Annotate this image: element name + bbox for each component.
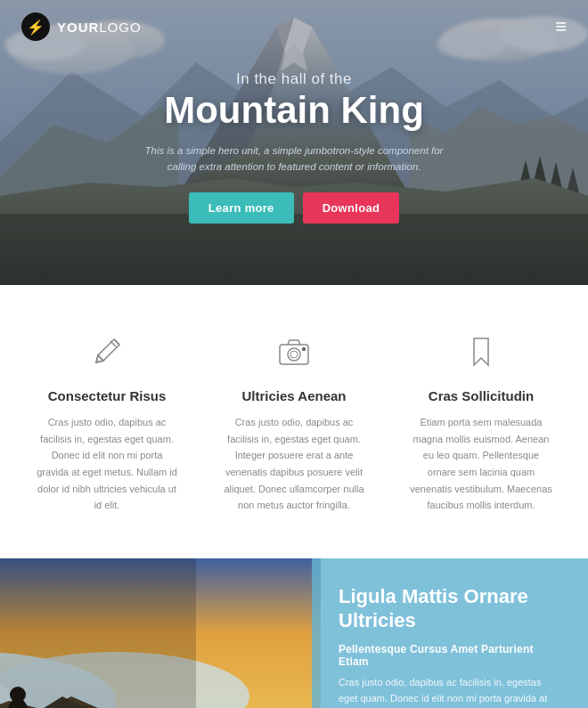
learn-more-button[interactable]: Learn more (189, 192, 294, 224)
feature-item-3: Cras Sollicitudin Etiam porta sem malesu… (401, 330, 561, 514)
svg-point-13 (303, 348, 306, 351)
hamburger-menu[interactable]: ≡ (555, 17, 567, 37)
bookmark-icon (459, 330, 503, 374)
feature-title-2: Ultricies Aenean (223, 388, 365, 403)
logo-text: YOURLOGO (57, 20, 142, 35)
features-section: Consectetur Risus Cras justo odio, dapib… (0, 285, 588, 558)
hero-description: This is a simple hero unit, a simple jum… (143, 143, 445, 175)
hero-buttons: Learn more Download (189, 192, 399, 224)
feature-text-1: Cras justo odio, dapibus ac facilisis in… (36, 414, 178, 514)
feature-item-1: Consectetur Risus Cras justo odio, dapib… (27, 330, 187, 514)
svg-line-9 (110, 341, 116, 346)
header: ⚡ YOURLOGO ≡ (0, 0, 588, 53)
cta-panel: Ligula Mattis Ornare Ultricies Pellentes… (312, 558, 588, 708)
download-button[interactable]: Download (303, 192, 400, 224)
logo-icon: ⚡ (21, 12, 50, 41)
cta-text: Cras justo odio, dapibus ac facilisis in… (339, 675, 561, 708)
svg-point-12 (290, 351, 298, 358)
camera-icon (272, 330, 316, 374)
feature-title-1: Consectetur Risus (36, 388, 178, 403)
hero-subtitle: In the hall of the (236, 70, 352, 88)
logo: ⚡ YOURLOGO (21, 12, 142, 41)
feature-text-3: Etiam porta sem malesuada magna mollis e… (410, 414, 552, 514)
feature-title-3: Cras Sollicitudin (410, 388, 552, 403)
cta-section: Ligula Mattis Ornare Ultricies Pellentes… (0, 558, 588, 708)
pencil-icon (85, 330, 129, 374)
hero-section: ⚡ YOURLOGO ≡ In the hall of the Mountain… (0, 0, 588, 285)
feature-text-2: Cras justo odio, dapibus ac facilisis in… (223, 414, 365, 514)
cta-subtitle: Pellentesque Cursus Amet Parturient Etia… (339, 643, 561, 668)
feature-item-2: Ultricies Aenean Cras justo odio, dapibu… (214, 330, 374, 514)
features-grid: Consectetur Risus Cras justo odio, dapib… (27, 330, 561, 514)
svg-rect-20 (0, 558, 196, 708)
cta-title: Ligula Mattis Ornare Ultricies (339, 585, 561, 632)
hero-title: Mountain King (164, 90, 424, 131)
svg-point-11 (288, 348, 300, 361)
